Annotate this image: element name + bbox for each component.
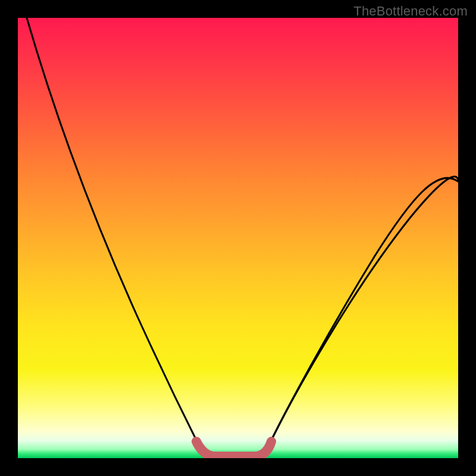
watermark-text: TheBottleneck.com (353, 4, 468, 19)
right-curve (269, 178, 458, 445)
right-curve-visible (269, 177, 458, 445)
flat-minimum-highlight (196, 441, 271, 456)
left-curve (27, 18, 199, 445)
right-curve-actual (269, 171, 458, 445)
curves-svg (18, 18, 458, 458)
chart-container: TheBottleneck.com (0, 0, 476, 476)
